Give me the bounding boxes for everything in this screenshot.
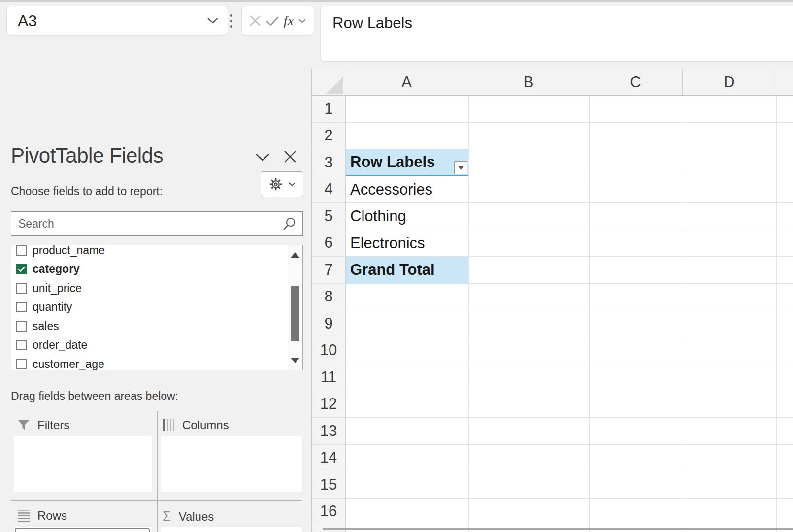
row-header[interactable]: 15	[312, 471, 345, 499]
cell-text: Electronics	[350, 234, 425, 252]
cell-text: Grand Total	[350, 261, 435, 279]
field-list: product_name category unit_price quantit…	[11, 245, 303, 370]
columns-icon	[163, 419, 174, 431]
search-input[interactable]	[17, 217, 282, 231]
row-header[interactable]: 1	[312, 96, 345, 123]
formula-bar[interactable]: Row Labels	[320, 6, 793, 62]
field-checkbox-checked[interactable]	[16, 264, 27, 274]
field-checkbox[interactable]	[16, 302, 27, 312]
field-checkbox[interactable]	[16, 321, 27, 332]
field-item-quantity[interactable]: quantity	[11, 298, 288, 317]
drag-fields-hint: Drag fields between areas below:	[11, 390, 178, 403]
field-checkbox[interactable]	[16, 359, 27, 369]
field-label: unit_price	[33, 282, 82, 295]
pane-close-icon[interactable]	[284, 150, 297, 163]
row-header[interactable]: 3	[312, 149, 345, 176]
funnel-icon	[18, 420, 30, 431]
cell-A7-grand-total[interactable]: Grand Total	[346, 257, 468, 284]
field-label: order_date	[33, 338, 87, 352]
chevron-down-icon	[288, 182, 296, 187]
worksheet-grid[interactable]: A B C D 1 2 3 4 5 6 7 8 9 10 11 12 13 14…	[311, 69, 793, 532]
name-box[interactable]: A3	[6, 6, 228, 35]
row-header[interactable]: 14	[312, 445, 345, 472]
field-label: quantity	[33, 300, 72, 314]
row-header[interactable]: 6	[312, 230, 345, 257]
kebab-menu-icon[interactable]	[230, 14, 232, 28]
chevron-down-icon[interactable]	[298, 18, 306, 24]
cell-text: Clothing	[350, 207, 406, 225]
settings-button[interactable]	[261, 171, 303, 197]
row-header[interactable]: 11	[312, 364, 345, 391]
field-list-items: product_name category unit_price quantit…	[11, 245, 288, 370]
areas-vertical-divider	[157, 411, 158, 532]
row-header[interactable]: 8	[312, 284, 345, 311]
field-label: customer_age	[33, 358, 104, 370]
cell-A4[interactable]: Accessories	[346, 176, 468, 203]
search-icon[interactable]	[282, 217, 297, 231]
rows-field-pill-category[interactable]: category	[15, 528, 150, 532]
row-header[interactable]: 13	[312, 418, 345, 445]
row-header-column: 1 2 3 4 5 6 7 8 9 10 11 12 13 14 15 16	[312, 96, 346, 532]
field-checkbox[interactable]	[16, 340, 27, 350]
field-item-product-name[interactable]: product_name	[11, 245, 288, 260]
pane-title: PivotTable Fields	[11, 144, 163, 167]
gear-icon	[268, 176, 284, 192]
ribbon-bottom-edge	[0, 0, 793, 2]
scroll-up-icon[interactable]	[291, 252, 299, 258]
row-header[interactable]: 2	[312, 123, 345, 150]
scrollbar-thumb[interactable]	[291, 286, 299, 341]
choose-fields-label: Choose fields to add to report:	[11, 185, 163, 198]
field-item-category[interactable]: category	[11, 260, 288, 279]
cell-A5[interactable]: Clothing	[346, 203, 468, 230]
field-item-order-date[interactable]: order_date	[11, 336, 288, 355]
cell-A6[interactable]: Electronics	[346, 230, 468, 257]
cell-A3-row-labels[interactable]: Row Labels	[346, 149, 468, 176]
column-header-b[interactable]: B	[468, 69, 589, 95]
field-list-scrollbar[interactable]	[288, 245, 302, 370]
column-header-a[interactable]: A	[345, 69, 468, 95]
field-item-unit-price[interactable]: unit_price	[11, 279, 288, 298]
rows-drop-zone[interactable]: category	[14, 527, 152, 532]
pivot-filter-dropdown-button[interactable]	[454, 161, 467, 174]
scroll-down-icon[interactable]	[291, 358, 299, 363]
field-checkbox[interactable]	[16, 245, 27, 256]
pivottable-fields-pane: PivotTable Fields Choose fields to add t…	[0, 64, 311, 532]
dropdown-arrow-icon	[458, 166, 464, 170]
field-search-box[interactable]	[11, 211, 303, 236]
select-all-corner[interactable]	[312, 69, 345, 95]
row-header[interactable]: 12	[312, 391, 345, 418]
rows-area-label: Rows	[18, 509, 67, 523]
columns-label-text: Columns	[182, 418, 229, 432]
row-header[interactable]: 7	[312, 257, 345, 284]
field-checkbox[interactable]	[16, 283, 27, 294]
horizontal-scrollbar-edge[interactable]	[323, 528, 793, 530]
formula-bar-content[interactable]: Row Labels	[332, 14, 793, 32]
cell-text: Accessories	[350, 181, 432, 199]
column-header-row: A B C D	[312, 69, 793, 96]
cancel-icon[interactable]	[249, 15, 261, 27]
field-item-sales[interactable]: sales	[11, 317, 288, 336]
column-header-c[interactable]: C	[589, 69, 683, 95]
insert-function-icon[interactable]: fx	[284, 13, 294, 29]
filters-drop-zone[interactable]	[14, 436, 152, 492]
rows-icon	[18, 510, 30, 522]
field-label: product_name	[33, 245, 105, 257]
values-drop-zone[interactable]	[161, 527, 302, 532]
name-box-value[interactable]: A3	[18, 12, 207, 30]
column-header-e-partial[interactable]	[776, 69, 793, 95]
field-item-customer-age[interactable]: customer_age	[11, 355, 288, 370]
row-header[interactable]: 16	[312, 499, 345, 526]
chevron-down-icon[interactable]	[207, 17, 219, 24]
cell-grid[interactable]: 1 2 3 4 5 6 7 8 9 10 11 12 13 14 15 16 R…	[312, 96, 793, 532]
sigma-icon: Σ	[163, 509, 171, 524]
column-header-d[interactable]: D	[683, 69, 776, 95]
row-header[interactable]: 4	[312, 176, 345, 203]
filters-label-text: Filters	[37, 418, 69, 432]
row-header[interactable]: 5	[312, 203, 345, 230]
field-label: category	[33, 263, 80, 276]
columns-drop-zone[interactable]	[161, 436, 302, 492]
confirm-check-icon[interactable]	[265, 16, 279, 26]
row-header[interactable]: 10	[312, 337, 345, 365]
row-header[interactable]: 9	[312, 310, 345, 337]
pane-collapse-chevron-icon[interactable]	[255, 153, 270, 162]
